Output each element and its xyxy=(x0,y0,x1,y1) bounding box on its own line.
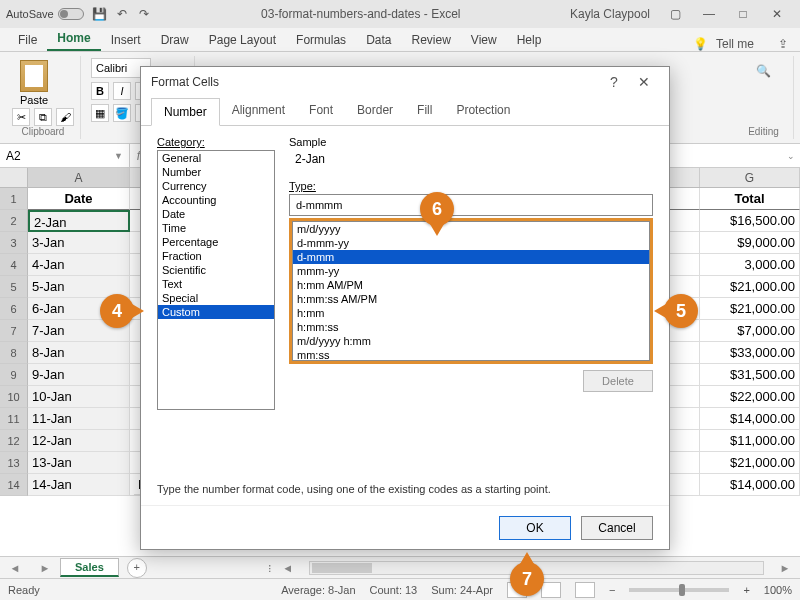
sheet-nav-next-icon[interactable]: ► xyxy=(30,562,60,574)
ok-button[interactable]: OK xyxy=(499,516,571,540)
cell-total[interactable]: $14,000.00 xyxy=(700,408,800,430)
cell-total[interactable]: $33,000.00 xyxy=(700,342,800,364)
tab-page-layout[interactable]: Page Layout xyxy=(199,29,286,51)
hscroll-right-icon[interactable]: ► xyxy=(770,562,800,574)
row-header[interactable]: 5 xyxy=(0,276,28,298)
header-date[interactable]: Date xyxy=(28,188,130,210)
cut-icon[interactable]: ✂ xyxy=(12,108,30,126)
save-icon[interactable]: 💾 xyxy=(92,6,108,22)
chevron-down-icon[interactable]: ▼ xyxy=(114,151,123,161)
dialog-tab-alignment[interactable]: Alignment xyxy=(220,97,297,125)
copy-icon[interactable]: ⧉ xyxy=(34,108,52,126)
row-header[interactable]: 4 xyxy=(0,254,28,276)
type-item[interactable]: m/d/yyyy xyxy=(293,222,649,236)
cancel-button[interactable]: Cancel xyxy=(581,516,653,540)
paste-button[interactable]: Paste xyxy=(12,58,56,108)
tab-file[interactable]: File xyxy=(8,29,47,51)
add-sheet-icon[interactable]: + xyxy=(127,558,147,578)
select-all-corner[interactable] xyxy=(0,168,28,187)
zoom-slider[interactable] xyxy=(629,588,729,592)
bold-button[interactable]: B xyxy=(91,82,109,100)
row-header[interactable]: 8 xyxy=(0,342,28,364)
row-header[interactable]: 13 xyxy=(0,452,28,474)
tab-draw[interactable]: Draw xyxy=(151,29,199,51)
border-icon[interactable]: ▦ xyxy=(91,104,109,122)
cell-total[interactable]: $7,000.00 xyxy=(700,320,800,342)
cell-date[interactable]: 2-Jan xyxy=(28,210,130,232)
dialog-titlebar[interactable]: Format Cells ? ✕ xyxy=(141,67,669,97)
undo-icon[interactable]: ↶ xyxy=(114,6,130,22)
tab-help[interactable]: Help xyxy=(507,29,552,51)
cell-date[interactable]: 3-Jan xyxy=(28,232,130,254)
type-item[interactable]: d-mmm-yy xyxy=(293,236,649,250)
close-icon[interactable]: ✕ xyxy=(760,0,794,28)
type-item[interactable]: h:mm:ss xyxy=(293,320,649,334)
cell-total[interactable]: $21,000.00 xyxy=(700,298,800,320)
row-header[interactable]: 10 xyxy=(0,386,28,408)
row-header[interactable]: 3 xyxy=(0,232,28,254)
share-icon[interactable]: ⇪ xyxy=(774,37,792,51)
page-break-view-icon[interactable] xyxy=(575,582,595,598)
dialog-tab-fill[interactable]: Fill xyxy=(405,97,444,125)
category-item[interactable]: General xyxy=(158,151,274,165)
category-item[interactable]: Accounting xyxy=(158,193,274,207)
row-header[interactable]: 14 xyxy=(0,474,28,496)
name-box[interactable]: A2 ▼ xyxy=(0,144,130,167)
category-item[interactable]: Scientific xyxy=(158,263,274,277)
tab-formulas[interactable]: Formulas xyxy=(286,29,356,51)
row-header[interactable]: 6 xyxy=(0,298,28,320)
cell-date[interactable]: 14-Jan xyxy=(28,474,130,496)
type-item[interactable]: h:mm xyxy=(293,306,649,320)
category-item[interactable]: Fraction xyxy=(158,249,274,263)
type-item[interactable]: d-mmm xyxy=(293,250,649,264)
category-item[interactable]: Percentage xyxy=(158,235,274,249)
cell-total[interactable]: $16,500.00 xyxy=(700,210,800,232)
category-item[interactable]: Custom xyxy=(158,305,274,319)
tell-me[interactable]: Tell me xyxy=(716,37,754,51)
toggle-off-icon[interactable] xyxy=(58,8,84,20)
cell-date[interactable]: 8-Jan xyxy=(28,342,130,364)
type-input[interactable] xyxy=(289,194,653,216)
tab-data[interactable]: Data xyxy=(356,29,401,51)
category-item[interactable]: Date xyxy=(158,207,274,221)
column-header-g[interactable]: G xyxy=(700,168,800,187)
cell-date[interactable]: 12-Jan xyxy=(28,430,130,452)
cell-total[interactable]: $11,000.00 xyxy=(700,430,800,452)
zoom-out-icon[interactable]: − xyxy=(609,584,615,596)
row-header[interactable]: 12 xyxy=(0,430,28,452)
sheet-tab-sales[interactable]: Sales xyxy=(60,558,119,577)
cell-date[interactable]: 11-Jan xyxy=(28,408,130,430)
row-header[interactable]: 2 xyxy=(0,210,28,232)
dialog-close-icon[interactable]: ✕ xyxy=(629,74,659,90)
cell-date[interactable]: 9-Jan xyxy=(28,364,130,386)
type-item[interactable]: mmm-yy xyxy=(293,264,649,278)
type-item[interactable]: mm:ss xyxy=(293,348,649,361)
dialog-tab-number[interactable]: Number xyxy=(151,98,220,126)
help-icon[interactable]: ? xyxy=(599,74,629,90)
cell-total[interactable]: $22,000.00 xyxy=(700,386,800,408)
autosave-toggle[interactable]: AutoSave xyxy=(6,8,84,20)
dialog-tab-font[interactable]: Font xyxy=(297,97,345,125)
type-item[interactable]: m/d/yyyy h:mm xyxy=(293,334,649,348)
category-item[interactable]: Number xyxy=(158,165,274,179)
category-item[interactable]: Time xyxy=(158,221,274,235)
find-icon[interactable]: 🔍 xyxy=(752,64,776,88)
cell-total[interactable]: $31,500.00 xyxy=(700,364,800,386)
cell-total[interactable]: $9,000.00 xyxy=(700,232,800,254)
dialog-tab-border[interactable]: Border xyxy=(345,97,405,125)
dialog-tab-protection[interactable]: Protection xyxy=(444,97,522,125)
cell-date[interactable]: 4-Jan xyxy=(28,254,130,276)
row-header[interactable]: 7 xyxy=(0,320,28,342)
tab-view[interactable]: View xyxy=(461,29,507,51)
type-item[interactable]: h:mm:ss AM/PM xyxy=(293,292,649,306)
tab-home[interactable]: Home xyxy=(47,27,100,51)
redo-icon[interactable]: ↷ xyxy=(136,6,152,22)
row-header[interactable]: 1 xyxy=(0,188,28,210)
column-header-a[interactable]: A xyxy=(28,168,130,187)
zoom-in-icon[interactable]: + xyxy=(743,584,749,596)
cell-total[interactable]: $21,000.00 xyxy=(700,276,800,298)
header-total[interactable]: Total xyxy=(700,188,800,210)
delete-button[interactable]: Delete xyxy=(583,370,653,392)
italic-button[interactable]: I xyxy=(113,82,131,100)
expand-formula-icon[interactable]: ⌄ xyxy=(782,144,800,167)
